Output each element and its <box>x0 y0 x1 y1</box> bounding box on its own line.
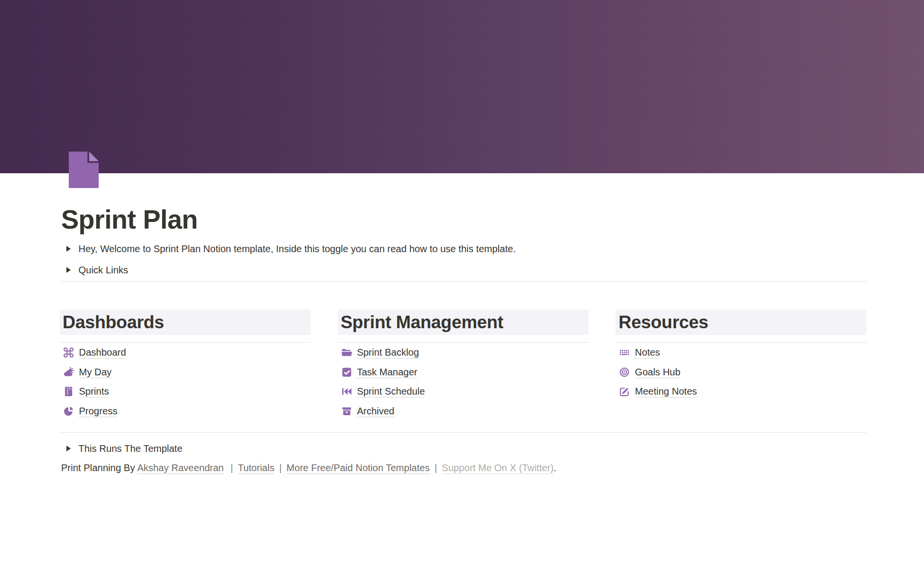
toggle-quick-links-label: Quick Links <box>78 265 128 276</box>
compose-icon <box>618 385 630 397</box>
link-label: Sprint Schedule <box>357 386 425 397</box>
sun-cloud-icon <box>63 366 75 378</box>
toggle-welcome[interactable]: Hey, Welcome to Sprint Plan Notion templ… <box>60 241 867 257</box>
command-icon <box>63 346 75 359</box>
link-label: Task Manager <box>357 367 418 378</box>
link-goals-hub[interactable]: Goals Hub <box>616 362 867 382</box>
link-label: Dashboard <box>79 347 126 358</box>
toggle-welcome-label: Hey, Welcome to Sprint Plan Notion templ… <box>78 244 516 255</box>
link-label: Progress <box>79 406 117 417</box>
credit-line: Print Planning By Akshay Raveendran|Tuto… <box>60 461 867 474</box>
target-icon <box>618 366 630 378</box>
link-progress[interactable]: Progress <box>60 401 311 421</box>
link-meeting-notes[interactable]: Meeting Notes <box>616 382 867 401</box>
link-label: Goals Hub <box>635 367 680 378</box>
toggle-runs-template-label: This Runs The Template <box>78 443 182 454</box>
toggle-list: Hey, Welcome to Sprint Plan Notion templ… <box>60 241 867 278</box>
link-label: Meeting Notes <box>635 386 697 397</box>
column-title: Dashboards <box>63 312 164 333</box>
column-header-sprint-management: Sprint Management <box>338 309 589 335</box>
credit-suffix: . <box>553 462 556 473</box>
archive-box-icon <box>341 405 353 417</box>
link-notes[interactable]: Notes <box>616 343 867 362</box>
link-columns: Dashboards Dashboard <box>60 309 867 421</box>
credit-separator: | <box>435 462 437 473</box>
link-sprint-schedule[interactable]: Sprint Schedule <box>338 382 589 401</box>
link-support-x-twitter[interactable]: Support Me On X (Twitter) <box>442 462 553 473</box>
link-label: Archived <box>357 406 395 417</box>
link-sprints[interactable]: Sprints <box>60 382 311 401</box>
link-label: Sprints <box>79 386 109 397</box>
column-dashboards: Dashboards Dashboard <box>60 309 311 421</box>
toggle-triangle-icon[interactable] <box>63 264 74 276</box>
column-title: Sprint Management <box>341 312 503 333</box>
item-list: Sprint Backlog Task Manager <box>338 343 589 421</box>
divider <box>60 281 867 282</box>
column-header-dashboards: Dashboards <box>60 309 311 335</box>
item-list: Dashboard My Day <box>60 343 311 421</box>
toggle-runs-template[interactable]: This Runs The Template <box>60 440 867 457</box>
link-label: Notes <box>635 347 660 358</box>
link-label: My Day <box>79 367 112 378</box>
column-title: Resources <box>618 312 708 333</box>
toggle-triangle-icon[interactable] <box>63 243 74 255</box>
item-list: Notes Goals Hub <box>616 343 867 401</box>
page-title: Sprint Plan <box>61 205 867 235</box>
document-zip-icon <box>63 385 75 397</box>
link-more-templates[interactable]: More Free/Paid Notion Templates <box>286 462 430 473</box>
divider <box>60 432 867 433</box>
notion-page: Sprint Plan Hey, Welcome to Sprint Plan … <box>0 0 924 577</box>
link-my-day[interactable]: My Day <box>60 362 311 382</box>
link-label: Sprint Backlog <box>357 347 419 358</box>
link-akshay-raveendran[interactable]: Akshay Raveendran <box>137 462 224 473</box>
keyboard-icon <box>618 346 630 359</box>
credit-separator: | <box>279 462 282 473</box>
link-dashboard[interactable]: Dashboard <box>60 343 311 362</box>
column-resources: Resources Notes <box>616 309 867 421</box>
link-task-manager[interactable]: Task Manager <box>338 362 589 382</box>
toggle-triangle-icon[interactable] <box>63 443 74 454</box>
page-content: Sprint Plan Hey, Welcome to Sprint Plan … <box>0 173 924 474</box>
link-tutorials[interactable]: Tutorials <box>238 462 274 473</box>
page-cover <box>0 0 924 173</box>
rewind-icon <box>341 385 353 397</box>
pie-chart-icon <box>63 405 75 417</box>
link-sprint-backlog[interactable]: Sprint Backlog <box>338 343 589 362</box>
link-archived[interactable]: Archived <box>338 401 589 421</box>
column-sprint-management: Sprint Management Sprint Backlog <box>338 309 589 421</box>
column-header-resources: Resources <box>616 309 867 335</box>
credit-prefix: Print Planning By <box>61 462 135 473</box>
checkbox-checked-icon <box>341 366 353 378</box>
open-folder-icon <box>341 346 353 359</box>
credit-separator: | <box>231 462 233 473</box>
toggle-quick-links[interactable]: Quick Links <box>60 262 867 278</box>
